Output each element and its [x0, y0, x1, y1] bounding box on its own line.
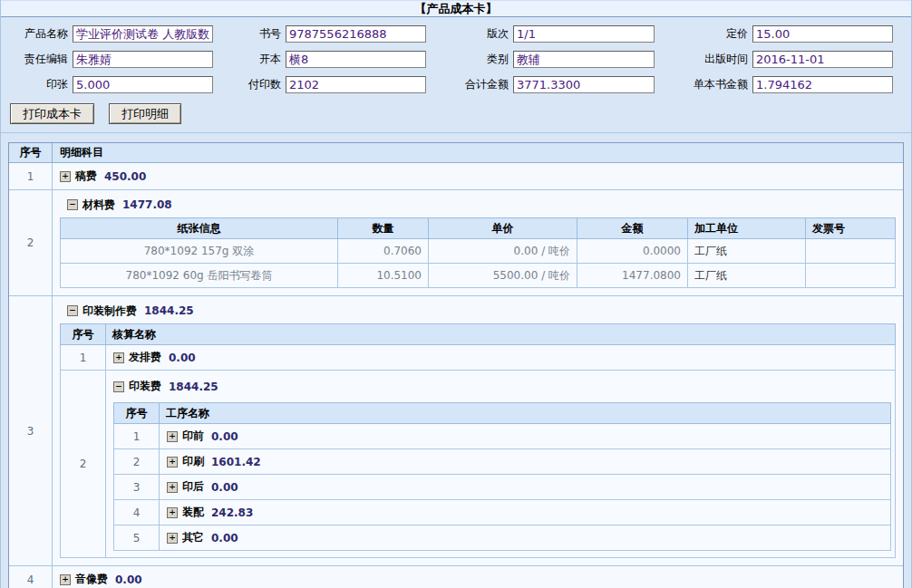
seq-header: 序号	[114, 403, 160, 424]
paper-info: 780*1092 60g 岳阳书写卷筒	[61, 264, 338, 288]
process-name: 印刷	[182, 454, 204, 469]
format-label: 开本	[218, 52, 281, 67]
detail-table-header: 序号 明细科目	[9, 143, 903, 163]
row-seq: 5	[114, 525, 160, 551]
product-name-input[interactable]	[73, 25, 213, 43]
fee-amount: 0.00	[115, 574, 142, 586]
book-number-input[interactable]	[286, 25, 426, 43]
paper-info-header: 纸张信息	[61, 218, 338, 239]
process-amount: 0.00	[211, 481, 238, 494]
expand-icon[interactable]: +	[167, 482, 178, 493]
publish-date-input[interactable]	[752, 51, 893, 68]
row-printing-production-fee: 3 − 印装制作费 1844.25 序号 核算名称	[9, 296, 903, 566]
accounting-name-header: 核算名称	[106, 324, 896, 345]
process-name: 印前	[182, 429, 204, 444]
paper-price: 5500.00 / 吨价	[429, 264, 577, 288]
print-cost-card-button[interactable]: 打印成本卡	[10, 103, 94, 124]
process-name: 印后	[182, 479, 204, 495]
processor-header: 加工单位	[688, 218, 806, 239]
process-amount: 0.00	[211, 430, 238, 443]
quantity-header: 数量	[338, 218, 429, 239]
expand-icon[interactable]: +	[167, 431, 178, 442]
row-seq: 4	[9, 566, 53, 588]
fee-name: 发排费	[129, 350, 161, 365]
row-seq: 2	[61, 371, 106, 558]
row-seq: 2	[114, 449, 160, 475]
paper-amount: 1477.0800	[577, 264, 688, 288]
collapse-icon[interactable]: −	[67, 199, 78, 210]
process-name: 装配	[182, 505, 204, 520]
fee-amount: 1477.08	[122, 198, 172, 211]
category-label: 类别	[431, 52, 509, 67]
row-seq: 1	[114, 424, 160, 449]
row-seq: 2	[9, 190, 53, 295]
paper-unit: 工厂纸	[688, 239, 806, 264]
paper-info: 780*1092 157g 双涂	[61, 239, 338, 264]
paper-row: 780*1092 157g 双涂 0.7060 0.00 / 吨价 0.0000…	[61, 239, 896, 264]
product-cost-card-page: 【产品成本卡】 产品名称 书号 版次 定价 责任编辑 开本 类别 出版时间 印张…	[0, 0, 912, 588]
editor-label: 责任编辑	[8, 52, 68, 67]
fee-amount: 0.00	[169, 352, 196, 364]
row-seq: 3	[9, 296, 53, 565]
edition-label: 版次	[431, 26, 509, 42]
expand-icon[interactable]: +	[167, 533, 178, 544]
fee-amount: 450.00	[104, 170, 146, 183]
paper-invoice	[806, 264, 896, 288]
row-audio-fee: 4 + 音像费 0.00	[9, 566, 903, 588]
row-seq: 1	[9, 163, 53, 189]
accounting-table: 序号 核算名称 1 + 发排费	[60, 323, 896, 558]
fee-amount: 1844.25	[169, 381, 218, 393]
expand-icon[interactable]: +	[60, 574, 71, 585]
paper-qty: 0.7060	[338, 239, 429, 264]
publish-date-label: 出版时间	[659, 52, 748, 67]
row-seq: 4	[114, 500, 160, 525]
subject-column-header: 明细科目	[53, 143, 903, 162]
fee-name: 音像费	[75, 572, 108, 587]
fee-amount: 1844.25	[144, 304, 194, 317]
product-name-label: 产品名称	[8, 26, 68, 42]
editor-input[interactable]	[73, 51, 213, 68]
material-paper-table: 纸张信息 数量 单价 金额 加工单位 发票号 780*1092 157g 双涂	[60, 217, 896, 288]
per-book-amount-input[interactable]	[752, 76, 893, 93]
fee-name: 印装制作费	[82, 304, 137, 319]
process-amount: 1601.42	[211, 456, 261, 468]
total-amount-input[interactable]	[513, 76, 655, 93]
collapse-icon[interactable]: −	[67, 305, 78, 316]
expand-icon[interactable]: +	[60, 171, 71, 182]
detail-table: 序号 明细科目 1 + 稿费 450.00 2 − 材料费	[8, 142, 904, 588]
invoice-header: 发票号	[806, 218, 896, 239]
format-input[interactable]	[286, 51, 426, 68]
collapse-icon[interactable]: −	[113, 381, 124, 392]
expand-icon[interactable]: +	[113, 352, 124, 363]
paper-price: 0.00 / 吨价	[429, 239, 577, 264]
row-printing: 2 + 印刷 1601.42	[114, 449, 891, 475]
seq-header: 序号	[61, 324, 106, 345]
paper-unit: 工厂纸	[688, 264, 806, 288]
row-postprint: 3 + 印后 0.00	[114, 475, 891, 500]
seq-column-header: 序号	[9, 143, 53, 162]
per-book-amount-label: 单本书金额	[659, 77, 748, 92]
row-typesetting-fee: 1 + 发排费 0.00	[61, 345, 896, 371]
process-table: 序号 工序名称 1	[113, 402, 891, 551]
edition-input[interactable]	[513, 25, 655, 43]
print-quantity-label: 付印数	[218, 77, 281, 92]
category-input[interactable]	[513, 51, 655, 68]
paper-qty: 10.5100	[338, 264, 429, 288]
row-assembly: 4 + 装配 242.83	[114, 500, 891, 525]
expand-icon[interactable]: +	[167, 507, 178, 518]
fee-name: 材料费	[82, 198, 115, 213]
amount-header: 金额	[577, 218, 688, 239]
process-amount: 242.83	[211, 506, 253, 519]
expand-icon[interactable]: +	[167, 457, 178, 468]
print-detail-button[interactable]: 打印明细	[109, 103, 181, 124]
row-binding-fee: 2 − 印装费 1844.25	[61, 371, 896, 558]
cost-card-form: 产品名称 书号 版次 定价 责任编辑 开本 类别 出版时间 印张 付印数 合计金…	[1, 17, 911, 133]
sheets-input[interactable]	[73, 76, 213, 93]
print-quantity-input[interactable]	[286, 76, 426, 93]
fee-name: 稿费	[75, 169, 97, 184]
list-price-label: 定价	[659, 26, 748, 42]
list-price-input[interactable]	[752, 25, 893, 43]
row-seq: 1	[61, 345, 106, 371]
row-other: 5 + 其它 0.00	[114, 525, 891, 551]
row-seq: 3	[114, 475, 160, 500]
